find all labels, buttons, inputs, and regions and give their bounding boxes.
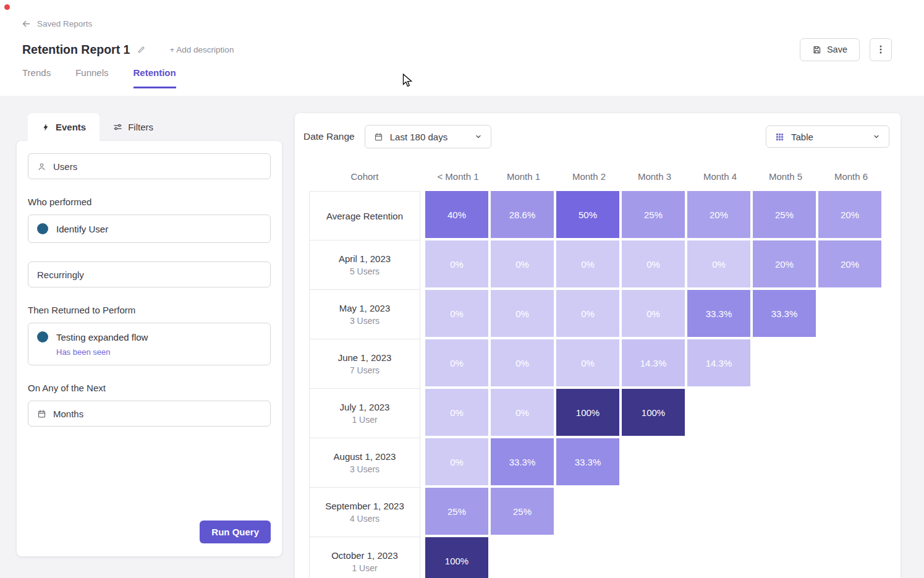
column-header: Month 4 <box>687 171 753 182</box>
tab-retention[interactable]: Retention <box>134 67 176 88</box>
retention-cell[interactable]: 40% <box>425 191 488 238</box>
arrow-left-icon <box>21 19 32 29</box>
add-description-button[interactable]: + Add description <box>169 45 234 54</box>
retention-cell[interactable]: 0% <box>622 240 685 287</box>
run-query-button[interactable]: Run Query <box>200 521 271 543</box>
calendar-icon <box>37 409 46 419</box>
retention-cell[interactable]: 33.3% <box>491 438 554 485</box>
page-title: Retention Report 1 <box>22 43 130 57</box>
column-header: Month 2 <box>556 171 622 182</box>
retention-cell[interactable]: 28.6% <box>491 191 554 238</box>
users-selector-label: Users <box>53 161 77 172</box>
retention-cell[interactable]: 0% <box>425 240 488 287</box>
retention-cell[interactable]: 0% <box>491 389 554 436</box>
filters-icon <box>113 122 122 132</box>
return-event-condition-link[interactable]: Has been seen <box>56 347 261 357</box>
top-bar: Saved Reports Retention Report 1 + Add d… <box>0 0 924 96</box>
cohort-subtitle: 7 Users <box>350 365 379 375</box>
who-performed-label: Who performed <box>28 197 271 207</box>
retention-cell[interactable]: 0% <box>556 240 619 287</box>
table-row: Average Retention40%28.6%50%25%20%25%20% <box>309 191 901 240</box>
query-panel-tabs: Events Filters <box>28 113 167 141</box>
return-event-selector[interactable]: Testing expanded flow Has been seen <box>28 323 271 365</box>
on-any-label: On Any of the Next <box>28 383 271 393</box>
cohort-title: June 1, 2023 <box>338 352 392 363</box>
report-toolbar: Date Range Last 180 days Table <box>303 125 889 148</box>
retention-cell[interactable]: 0% <box>491 339 554 386</box>
save-button[interactable]: Save <box>800 38 860 61</box>
retention-cell[interactable]: 33.3% <box>753 290 816 337</box>
cohort-subtitle: 5 Users <box>350 266 379 276</box>
frequency-selector[interactable]: Recurringly <box>28 261 271 287</box>
table-row: July 1, 20231 User0%0%100%100% <box>309 389 901 438</box>
retention-cell[interactable]: 0% <box>491 240 554 287</box>
retention-cell[interactable]: 0% <box>425 339 488 386</box>
back-to-saved-reports[interactable]: Saved Reports <box>21 19 92 29</box>
more-options-button[interactable] <box>870 38 892 61</box>
user-icon <box>37 162 46 171</box>
retention-cell[interactable]: 14.3% <box>622 339 685 386</box>
cohort-cell: Average Retention <box>309 191 420 240</box>
retention-cell[interactable]: 25% <box>622 191 685 238</box>
retention-cell[interactable]: 25% <box>491 488 554 535</box>
chevron-down-icon <box>475 133 482 140</box>
retention-cell[interactable]: 0% <box>622 290 685 337</box>
retention-cell[interactable]: 33.3% <box>556 438 619 485</box>
save-icon <box>812 45 821 54</box>
save-label: Save <box>827 45 847 54</box>
cohort-title: July 1, 2023 <box>340 402 390 412</box>
retention-cell[interactable]: 0% <box>491 290 554 337</box>
tab-events[interactable]: Events <box>28 113 100 141</box>
retention-cell[interactable]: 20% <box>753 240 816 287</box>
table-row: August 1, 20233 Users0%33.3%33.3% <box>309 438 901 488</box>
users-selector[interactable]: Users <box>28 153 271 179</box>
cohort-subtitle: 3 Users <box>350 316 379 326</box>
tab-trends[interactable]: Trends <box>22 67 51 88</box>
grid-icon <box>775 132 784 142</box>
report-card: Date Range Last 180 days Table Cohort< M… <box>295 113 901 578</box>
table-row: October 1, 20231 User100% <box>309 537 901 578</box>
cohort-title: October 1, 2023 <box>331 550 398 561</box>
retention-cell[interactable]: 50% <box>556 191 619 238</box>
view-selector-value: Table <box>791 132 866 142</box>
return-event-label: Testing expanded flow <box>56 332 148 342</box>
retention-cell[interactable]: 0% <box>425 290 488 337</box>
retention-cell[interactable]: 20% <box>818 240 881 287</box>
tab-funnels[interactable]: Funnels <box>75 67 108 88</box>
cohort-cell: August 1, 20233 Users <box>309 438 420 488</box>
edit-title-icon[interactable] <box>137 45 146 54</box>
then-returned-label: Then Returned to Perform <box>28 305 271 315</box>
retention-cell[interactable]: 25% <box>753 191 816 238</box>
date-range-dropdown[interactable]: Last 180 days <box>365 125 491 148</box>
retention-cell[interactable]: 33.3% <box>687 290 750 337</box>
cohort-title: August 1, 2023 <box>334 451 396 462</box>
retention-cell[interactable]: 0% <box>425 438 488 485</box>
retention-cell[interactable]: 100% <box>622 389 685 436</box>
retention-cell[interactable]: 100% <box>556 389 619 436</box>
table-header-row: Cohort< Month 1Month 1Month 2Month 3Mont… <box>309 167 901 185</box>
retention-cell[interactable]: 0% <box>556 339 619 386</box>
retention-cell[interactable]: 20% <box>687 191 750 238</box>
view-selector-dropdown[interactable]: Table <box>766 125 889 148</box>
tab-filters[interactable]: Filters <box>100 113 167 141</box>
event-avatar-icon <box>37 331 48 342</box>
retention-cell[interactable]: 25% <box>425 488 488 535</box>
retention-cell[interactable]: 14.3% <box>687 339 750 386</box>
retention-cell[interactable]: 0% <box>556 290 619 337</box>
cohort-title: April 1, 2023 <box>339 253 391 264</box>
cohort-cell: June 1, 20237 Users <box>309 339 420 389</box>
date-range-label: Date Range <box>303 131 355 142</box>
column-header: Month 5 <box>753 171 818 182</box>
retention-cell[interactable]: 0% <box>425 389 488 436</box>
retention-cell[interactable]: 100% <box>425 537 488 578</box>
cohort-title: May 1, 2023 <box>339 303 391 313</box>
recording-dot <box>4 4 10 10</box>
query-builder-panel: Users Who performed Identify User Recurr… <box>17 141 282 556</box>
retention-cell[interactable]: 0% <box>687 240 750 287</box>
bolt-icon <box>41 123 50 132</box>
first-event-selector[interactable]: Identify User <box>28 215 271 243</box>
unit-selector[interactable]: Months <box>28 401 271 427</box>
retention-cell[interactable]: 20% <box>818 191 881 238</box>
column-header: Month 3 <box>622 171 687 182</box>
event-avatar-icon <box>37 223 48 234</box>
